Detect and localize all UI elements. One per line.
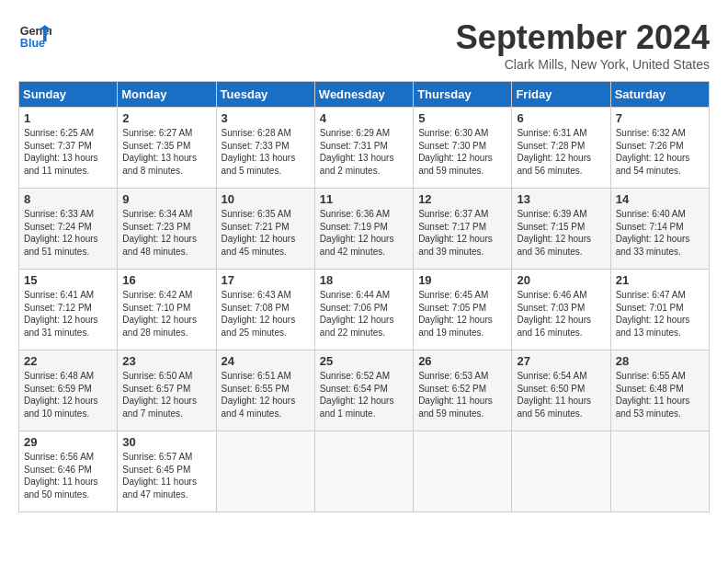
table-row: 14 Sunrise: 6:40 AMSunset: 7:14 PMDaylig…: [610, 189, 709, 270]
month-title: September 2024: [456, 18, 710, 57]
table-row: 18 Sunrise: 6:44 AMSunset: 7:06 PMDaylig…: [314, 270, 413, 350]
day-1: 1 Sunrise: 6:25 AMSunset: 7:37 PMDayligh…: [19, 108, 118, 189]
week-row-5: 29 Sunrise: 6:56 AMSunset: 6:46 PMDaylig…: [19, 431, 710, 512]
week-row-1: 1 Sunrise: 6:25 AMSunset: 7:37 PMDayligh…: [19, 108, 710, 189]
logo-icon: General Blue: [18, 18, 51, 52]
table-row: 26 Sunrise: 6:53 AMSunset: 6:52 PMDaylig…: [414, 350, 512, 431]
table-row: 22 Sunrise: 6:48 AMSunset: 6:59 PMDaylig…: [19, 350, 118, 431]
table-row: 7 Sunrise: 6:32 AMSunset: 7:26 PMDayligh…: [610, 108, 709, 189]
table-row: [610, 431, 709, 512]
table-row: 12 Sunrise: 6:37 AMSunset: 7:17 PMDaylig…: [414, 189, 512, 270]
table-row: 23 Sunrise: 6:50 AMSunset: 6:57 PMDaylig…: [118, 350, 216, 431]
header-friday: Friday: [512, 82, 610, 108]
table-row: 17 Sunrise: 6:43 AMSunset: 7:08 PMDaylig…: [216, 270, 314, 350]
table-row: [216, 431, 314, 512]
header-tuesday: Tuesday: [216, 82, 314, 108]
header-sunday: Sunday: [19, 82, 118, 108]
location-title: Clark Mills, New York, United States: [456, 57, 710, 72]
table-row: 24 Sunrise: 6:51 AMSunset: 6:55 PMDaylig…: [216, 350, 314, 431]
table-row: [512, 431, 610, 512]
page-header: General Blue September 2024 Clark Mills,…: [18, 18, 710, 72]
table-row: 2 Sunrise: 6:27 AMSunset: 7:35 PMDayligh…: [118, 108, 216, 189]
week-row-2: 8 Sunrise: 6:33 AMSunset: 7:24 PMDayligh…: [19, 189, 710, 270]
table-row: 15 Sunrise: 6:41 AMSunset: 7:12 PMDaylig…: [19, 270, 118, 350]
table-row: 4 Sunrise: 6:29 AMSunset: 7:31 PMDayligh…: [314, 108, 413, 189]
table-row: 13 Sunrise: 6:39 AMSunset: 7:15 PMDaylig…: [512, 189, 610, 270]
table-row: 11 Sunrise: 6:36 AMSunset: 7:19 PMDaylig…: [314, 189, 413, 270]
table-row: 28 Sunrise: 6:55 AMSunset: 6:48 PMDaylig…: [610, 350, 709, 431]
calendar-table: Sunday Monday Tuesday Wednesday Thursday…: [18, 81, 710, 512]
table-row: 3 Sunrise: 6:28 AMSunset: 7:33 PMDayligh…: [216, 108, 314, 189]
week-row-3: 15 Sunrise: 6:41 AMSunset: 7:12 PMDaylig…: [19, 270, 710, 350]
table-row: 16 Sunrise: 6:42 AMSunset: 7:10 PMDaylig…: [118, 270, 216, 350]
table-row: 5 Sunrise: 6:30 AMSunset: 7:30 PMDayligh…: [414, 108, 512, 189]
table-row: [414, 431, 512, 512]
table-row: 19 Sunrise: 6:45 AMSunset: 7:05 PMDaylig…: [414, 270, 512, 350]
header-saturday: Saturday: [610, 82, 709, 108]
table-row: 21 Sunrise: 6:47 AMSunset: 7:01 PMDaylig…: [610, 270, 709, 350]
table-row: 30 Sunrise: 6:57 AMSunset: 6:45 PMDaylig…: [118, 431, 216, 512]
table-row: [314, 431, 413, 512]
table-row: 27 Sunrise: 6:54 AMSunset: 6:50 PMDaylig…: [512, 350, 610, 431]
header-monday: Monday: [118, 82, 216, 108]
table-row: 8 Sunrise: 6:33 AMSunset: 7:24 PMDayligh…: [19, 189, 118, 270]
logo: General Blue: [18, 18, 51, 52]
table-row: 29 Sunrise: 6:56 AMSunset: 6:46 PMDaylig…: [19, 431, 118, 512]
svg-text:Blue: Blue: [20, 37, 45, 50]
days-header-row: Sunday Monday Tuesday Wednesday Thursday…: [19, 82, 710, 108]
table-row: 6 Sunrise: 6:31 AMSunset: 7:28 PMDayligh…: [512, 108, 610, 189]
header-thursday: Thursday: [414, 82, 512, 108]
table-row: 10 Sunrise: 6:35 AMSunset: 7:21 PMDaylig…: [216, 189, 314, 270]
header-wednesday: Wednesday: [314, 82, 413, 108]
table-row: 9 Sunrise: 6:34 AMSunset: 7:23 PMDayligh…: [118, 189, 216, 270]
title-area: September 2024 Clark Mills, New York, Un…: [456, 18, 710, 72]
table-row: 20 Sunrise: 6:46 AMSunset: 7:03 PMDaylig…: [512, 270, 610, 350]
week-row-4: 22 Sunrise: 6:48 AMSunset: 6:59 PMDaylig…: [19, 350, 710, 431]
table-row: 25 Sunrise: 6:52 AMSunset: 6:54 PMDaylig…: [314, 350, 413, 431]
